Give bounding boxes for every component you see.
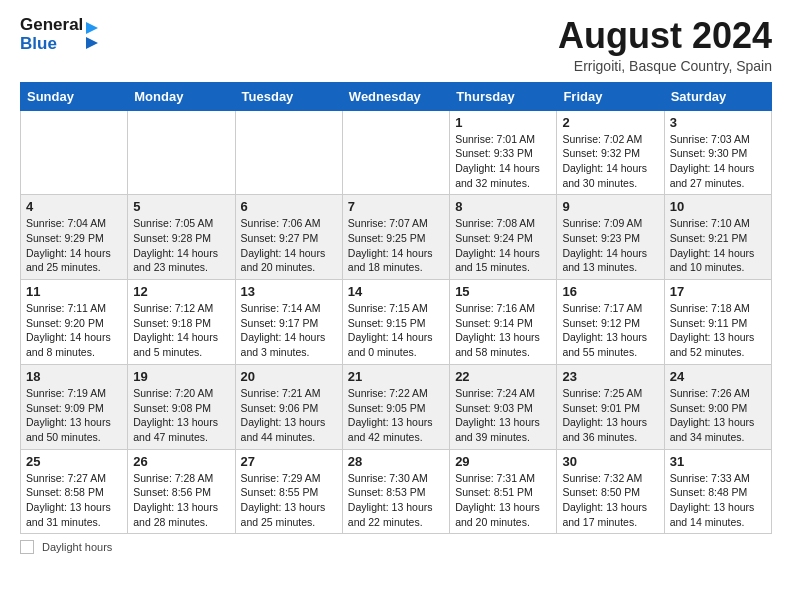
calendar-cell: 20Sunrise: 7:21 AM Sunset: 9:06 PM Dayli… <box>235 364 342 449</box>
calendar-cell: 7Sunrise: 7:07 AM Sunset: 9:25 PM Daylig… <box>342 195 449 280</box>
calendar-cell: 30Sunrise: 7:32 AM Sunset: 8:50 PM Dayli… <box>557 449 664 534</box>
calendar-cell: 25Sunrise: 7:27 AM Sunset: 8:58 PM Dayli… <box>21 449 128 534</box>
day-info: Sunrise: 7:08 AM Sunset: 9:24 PM Dayligh… <box>455 216 551 275</box>
calendar-cell: 15Sunrise: 7:16 AM Sunset: 9:14 PM Dayli… <box>450 280 557 365</box>
day-number: 10 <box>670 199 766 214</box>
day-info: Sunrise: 7:26 AM Sunset: 9:00 PM Dayligh… <box>670 386 766 445</box>
day-header-saturday: Saturday <box>664 82 771 110</box>
day-number: 21 <box>348 369 444 384</box>
calendar-cell <box>342 110 449 195</box>
calendar-week-5: 25Sunrise: 7:27 AM Sunset: 8:58 PM Dayli… <box>21 449 772 534</box>
day-info: Sunrise: 7:09 AM Sunset: 9:23 PM Dayligh… <box>562 216 658 275</box>
day-number: 30 <box>562 454 658 469</box>
calendar-cell: 31Sunrise: 7:33 AM Sunset: 8:48 PM Dayli… <box>664 449 771 534</box>
logo-general: General <box>20 16 83 35</box>
page: General Blue August 2024 Errigoiti, Basq… <box>0 0 792 564</box>
day-info: Sunrise: 7:22 AM Sunset: 9:05 PM Dayligh… <box>348 386 444 445</box>
day-info: Sunrise: 7:14 AM Sunset: 9:17 PM Dayligh… <box>241 301 337 360</box>
day-info: Sunrise: 7:21 AM Sunset: 9:06 PM Dayligh… <box>241 386 337 445</box>
day-info: Sunrise: 7:03 AM Sunset: 9:30 PM Dayligh… <box>670 132 766 191</box>
calendar-cell: 6Sunrise: 7:06 AM Sunset: 9:27 PM Daylig… <box>235 195 342 280</box>
calendar-cell: 2Sunrise: 7:02 AM Sunset: 9:32 PM Daylig… <box>557 110 664 195</box>
day-number: 11 <box>26 284 122 299</box>
calendar-cell <box>128 110 235 195</box>
day-info: Sunrise: 7:01 AM Sunset: 9:33 PM Dayligh… <box>455 132 551 191</box>
day-info: Sunrise: 7:31 AM Sunset: 8:51 PM Dayligh… <box>455 471 551 530</box>
calendar-cell: 17Sunrise: 7:18 AM Sunset: 9:11 PM Dayli… <box>664 280 771 365</box>
calendar-cell: 12Sunrise: 7:12 AM Sunset: 9:18 PM Dayli… <box>128 280 235 365</box>
day-info: Sunrise: 7:04 AM Sunset: 9:29 PM Dayligh… <box>26 216 122 275</box>
day-number: 29 <box>455 454 551 469</box>
calendar-subtitle: Errigoiti, Basque Country, Spain <box>558 58 772 74</box>
day-info: Sunrise: 7:28 AM Sunset: 8:56 PM Dayligh… <box>133 471 229 530</box>
logo: General Blue <box>20 16 98 53</box>
calendar-cell: 10Sunrise: 7:10 AM Sunset: 9:21 PM Dayli… <box>664 195 771 280</box>
day-info: Sunrise: 7:30 AM Sunset: 8:53 PM Dayligh… <box>348 471 444 530</box>
day-header-thursday: Thursday <box>450 82 557 110</box>
calendar-week-1: 1Sunrise: 7:01 AM Sunset: 9:33 PM Daylig… <box>21 110 772 195</box>
calendar-cell: 18Sunrise: 7:19 AM Sunset: 9:09 PM Dayli… <box>21 364 128 449</box>
day-info: Sunrise: 7:12 AM Sunset: 9:18 PM Dayligh… <box>133 301 229 360</box>
day-number: 31 <box>670 454 766 469</box>
day-number: 1 <box>455 115 551 130</box>
calendar-cell: 19Sunrise: 7:20 AM Sunset: 9:08 PM Dayli… <box>128 364 235 449</box>
day-number: 4 <box>26 199 122 214</box>
day-number: 28 <box>348 454 444 469</box>
day-info: Sunrise: 7:05 AM Sunset: 9:28 PM Dayligh… <box>133 216 229 275</box>
logo-text-block: General Blue <box>20 16 98 53</box>
calendar-cell: 11Sunrise: 7:11 AM Sunset: 9:20 PM Dayli… <box>21 280 128 365</box>
legend-label: Daylight hours <box>42 541 112 553</box>
day-header-sunday: Sunday <box>21 82 128 110</box>
day-number: 22 <box>455 369 551 384</box>
calendar-cell <box>235 110 342 195</box>
day-info: Sunrise: 7:17 AM Sunset: 9:12 PM Dayligh… <box>562 301 658 360</box>
calendar-cell: 28Sunrise: 7:30 AM Sunset: 8:53 PM Dayli… <box>342 449 449 534</box>
day-info: Sunrise: 7:11 AM Sunset: 9:20 PM Dayligh… <box>26 301 122 360</box>
day-number: 27 <box>241 454 337 469</box>
calendar-cell: 8Sunrise: 7:08 AM Sunset: 9:24 PM Daylig… <box>450 195 557 280</box>
day-number: 15 <box>455 284 551 299</box>
calendar-cell: 9Sunrise: 7:09 AM Sunset: 9:23 PM Daylig… <box>557 195 664 280</box>
day-number: 18 <box>26 369 122 384</box>
day-info: Sunrise: 7:07 AM Sunset: 9:25 PM Dayligh… <box>348 216 444 275</box>
legend-box <box>20 540 34 554</box>
day-number: 17 <box>670 284 766 299</box>
calendar-header-row: SundayMondayTuesdayWednesdayThursdayFrid… <box>21 82 772 110</box>
title-block: August 2024 Errigoiti, Basque Country, S… <box>558 16 772 74</box>
day-number: 26 <box>133 454 229 469</box>
day-number: 25 <box>26 454 122 469</box>
day-number: 3 <box>670 115 766 130</box>
calendar-cell: 24Sunrise: 7:26 AM Sunset: 9:00 PM Dayli… <box>664 364 771 449</box>
calendar-cell: 29Sunrise: 7:31 AM Sunset: 8:51 PM Dayli… <box>450 449 557 534</box>
day-info: Sunrise: 7:15 AM Sunset: 9:15 PM Dayligh… <box>348 301 444 360</box>
calendar-cell: 22Sunrise: 7:24 AM Sunset: 9:03 PM Dayli… <box>450 364 557 449</box>
calendar-cell: 1Sunrise: 7:01 AM Sunset: 9:33 PM Daylig… <box>450 110 557 195</box>
day-number: 7 <box>348 199 444 214</box>
calendar-table: SundayMondayTuesdayWednesdayThursdayFrid… <box>20 82 772 535</box>
calendar-week-3: 11Sunrise: 7:11 AM Sunset: 9:20 PM Dayli… <box>21 280 772 365</box>
calendar-cell: 4Sunrise: 7:04 AM Sunset: 9:29 PM Daylig… <box>21 195 128 280</box>
day-number: 23 <box>562 369 658 384</box>
calendar-cell: 23Sunrise: 7:25 AM Sunset: 9:01 PM Dayli… <box>557 364 664 449</box>
day-info: Sunrise: 7:32 AM Sunset: 8:50 PM Dayligh… <box>562 471 658 530</box>
calendar-cell <box>21 110 128 195</box>
calendar-week-2: 4Sunrise: 7:04 AM Sunset: 9:29 PM Daylig… <box>21 195 772 280</box>
day-number: 2 <box>562 115 658 130</box>
calendar-cell: 3Sunrise: 7:03 AM Sunset: 9:30 PM Daylig… <box>664 110 771 195</box>
day-info: Sunrise: 7:27 AM Sunset: 8:58 PM Dayligh… <box>26 471 122 530</box>
day-number: 16 <box>562 284 658 299</box>
day-info: Sunrise: 7:19 AM Sunset: 9:09 PM Dayligh… <box>26 386 122 445</box>
day-header-monday: Monday <box>128 82 235 110</box>
day-number: 9 <box>562 199 658 214</box>
calendar-cell: 26Sunrise: 7:28 AM Sunset: 8:56 PM Dayli… <box>128 449 235 534</box>
day-number: 12 <box>133 284 229 299</box>
day-info: Sunrise: 7:16 AM Sunset: 9:14 PM Dayligh… <box>455 301 551 360</box>
day-number: 5 <box>133 199 229 214</box>
day-info: Sunrise: 7:06 AM Sunset: 9:27 PM Dayligh… <box>241 216 337 275</box>
day-header-wednesday: Wednesday <box>342 82 449 110</box>
calendar-cell: 14Sunrise: 7:15 AM Sunset: 9:15 PM Dayli… <box>342 280 449 365</box>
logo-blue: Blue <box>20 35 83 54</box>
day-number: 20 <box>241 369 337 384</box>
day-number: 14 <box>348 284 444 299</box>
day-info: Sunrise: 7:25 AM Sunset: 9:01 PM Dayligh… <box>562 386 658 445</box>
